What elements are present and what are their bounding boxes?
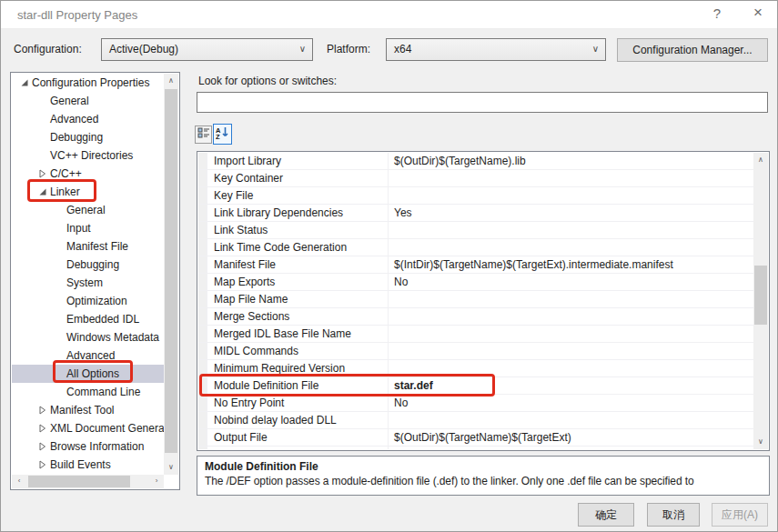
tree-expanded-icon[interactable] [17,78,32,87]
property-value[interactable] [389,239,755,256]
tree-item-all-options[interactable]: All Options [12,365,164,383]
tree-collapsed-icon[interactable] [35,460,50,469]
property-value[interactable]: $(OutDir)$(TargetName).lib [389,153,755,169]
tree-item-browse-information[interactable]: Browse Information [12,437,164,456]
tree-collapsed-icon[interactable] [35,424,50,433]
tree-item-label: XML Document Generator [50,422,164,435]
tree-item-debugging[interactable]: Debugging [12,256,164,274]
tree-item-advanced[interactable]: Advanced [12,346,164,365]
property-pages-dialog: star-dll Property Pages ? × Configuratio… [0,0,778,532]
property-value[interactable] [389,170,755,186]
alphabetical-sort-button[interactable]: A Z [213,124,232,145]
tree-item-system[interactable]: System [12,274,164,292]
property-row-map-exports[interactable]: Map ExportsNo [198,274,755,291]
tree-item-debugging[interactable]: Debugging [12,128,164,146]
property-row-nobind-delay-loaded-dll[interactable]: Nobind delay loaded DLL [198,412,755,429]
scroll-up-icon[interactable]: ∧ [164,74,178,88]
scroll-right-icon[interactable]: › [149,475,164,488]
property-value[interactable]: $(IntDir)$(TargetName)$(TargetExt).inter… [389,256,755,273]
tree-vscroll-thumb[interactable] [165,89,177,453]
grid-vscroll-thumb[interactable] [754,266,767,325]
property-value[interactable]: No [389,274,755,290]
tree-hscroll-thumb[interactable] [28,476,130,487]
property-row-module-definition-file[interactable]: Module Definition Filestar.def [198,377,755,395]
tree-item-manifest-tool[interactable]: Manifest Tool [12,401,164,419]
property-value[interactable]: No [389,395,755,411]
tree-collapsed-icon[interactable] [35,442,50,451]
tree-horizontal-scrollbar[interactable]: ‹ › [12,475,164,488]
search-label: Look for options or switches: [198,75,337,87]
property-value[interactable] [389,187,755,204]
categorized-view-button[interactable] [195,125,212,144]
property-row-manifest-file[interactable]: Manifest File$(IntDir)$(TargetName)$(Tar… [198,256,755,274]
property-value[interactable]: $(OutDir)$(TargetName)$(TargetExt) [389,429,755,446]
tree-item-windows-metadata[interactable]: Windows Metadata [12,328,164,346]
close-icon[interactable]: × [753,4,763,22]
tree-item-command-line[interactable]: Command Line [12,383,164,401]
configuration-manager-button[interactable]: Configuration Manager... [617,38,768,62]
property-row-map-file-name[interactable]: Map File Name [198,291,755,308]
scroll-up-icon[interactable]: ∧ [753,153,768,167]
property-row-import-library[interactable]: Import Library$(OutDir)$(TargetName).lib [198,153,755,170]
property-value[interactable] [389,412,755,428]
cancel-button[interactable]: 取消 [647,503,700,527]
property-value[interactable] [389,308,755,325]
apply-button[interactable]: 应用(A) [712,503,768,527]
tree-item-general[interactable]: General [12,201,164,219]
tree-item-advanced[interactable]: Advanced [12,110,164,128]
tree-item-configuration-properties[interactable]: Configuration Properties [12,74,164,92]
tree-item-embedded-idl[interactable]: Embedded IDL [12,310,164,328]
property-name: Manifest File [207,256,389,273]
tree-item-general[interactable]: General [12,92,164,110]
property-value[interactable] [389,360,755,376]
platform-value: x64 [394,43,411,55]
search-input[interactable] [197,92,768,113]
property-row-no-entry-point[interactable]: No Entry PointNo [198,395,755,412]
property-row-minimum-required-version[interactable]: Minimum Required Version [198,360,755,377]
tree-collapsed-icon[interactable] [35,406,50,415]
property-row-per-user-redirection[interactable]: Per-user RedirectionNo [198,447,755,449]
property-row-link-time-code-generation[interactable]: Link Time Code Generation [198,239,755,256]
property-row-key-file[interactable]: Key File [198,187,755,205]
scroll-down-icon[interactable]: ∨ [164,460,178,475]
property-value[interactable]: Yes [389,205,755,221]
property-value[interactable] [389,343,755,359]
tree-expanded-icon[interactable] [35,187,50,196]
tree-item-c-c[interactable]: C/C++ [12,165,164,183]
scroll-left-icon[interactable]: ‹ [12,475,26,488]
ok-button[interactable]: 确定 [578,503,634,527]
property-row-link-library-dependencies[interactable]: Link Library DependenciesYes [198,205,755,222]
platform-label: Platform: [327,43,370,55]
grid-vertical-scrollbar[interactable]: ∧ ∨ [753,153,768,449]
tree-item-linker[interactable]: Linker [12,183,164,201]
property-value[interactable] [389,326,755,342]
tree-item-xml-document-generator[interactable]: XML Document Generator [12,419,164,437]
property-row-output-file[interactable]: Output File$(OutDir)$(TargetName)$(Targe… [198,429,755,447]
scroll-down-icon[interactable]: ∨ [753,435,768,449]
tree-item-label: VC++ Directories [50,149,133,162]
property-row-key-container[interactable]: Key Container [198,170,755,187]
tree-item-input[interactable]: Input [12,219,164,237]
tree-item-build-events[interactable]: Build Events [12,456,164,474]
tree-collapsed-icon[interactable] [35,169,50,178]
property-row-midl-commands[interactable]: MIDL Commands [198,343,755,360]
platform-dropdown[interactable]: x64 ∨ [386,38,606,61]
tree-item-optimization[interactable]: Optimization [12,292,164,310]
configuration-tree-panel: Configuration PropertiesGeneralAdvancedD… [10,72,180,490]
tree-item-manifest-file[interactable]: Manifest File [12,237,164,256]
property-value[interactable] [389,222,755,238]
tree-vertical-scrollbar[interactable]: ∧ ∨ [164,74,178,475]
property-value[interactable]: No [389,447,755,449]
help-icon[interactable]: ? [713,5,721,21]
property-row-merged-idl-base-file-name[interactable]: Merged IDL Base File Name [198,326,755,343]
property-value[interactable]: star.def [389,377,755,394]
description-title: Module Definition File [205,460,762,473]
property-row-merge-sections[interactable]: Merge Sections [198,308,755,326]
property-row-link-status[interactable]: Link Status [198,222,755,239]
tree-item-vc-directories[interactable]: VC++ Directories [12,146,164,165]
configuration-dropdown[interactable]: Active(Debug) ∨ [101,38,313,61]
property-value[interactable] [389,291,755,307]
property-name: Merge Sections [207,308,389,325]
categorized-icon [197,127,210,142]
property-name: Link Library Dependencies [207,205,389,221]
